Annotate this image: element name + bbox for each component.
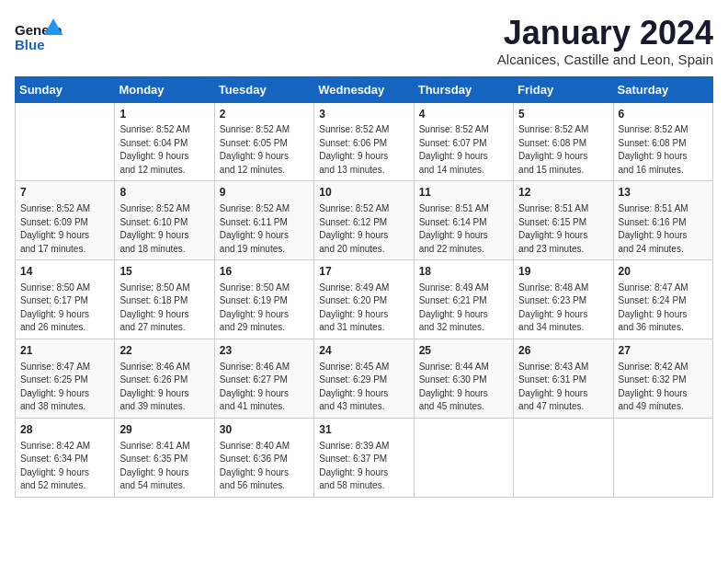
day-number: 15 [119, 264, 209, 280]
cell-info: Sunrise: 8:39 AMSunset: 6:37 PMDaylight:… [319, 440, 408, 493]
calendar-cell: 20Sunrise: 8:47 AMSunset: 6:24 PMDayligh… [613, 260, 712, 339]
month-title: January 2024 [497, 15, 713, 52]
calendar-cell: 18Sunrise: 8:49 AMSunset: 6:21 PMDayligh… [414, 260, 513, 339]
day-number: 28 [20, 422, 109, 438]
day-header-sunday: Sunday [16, 76, 115, 102]
calendar-cell: 12Sunrise: 8:51 AMSunset: 6:15 PMDayligh… [514, 181, 613, 260]
calendar-cell: 3Sunrise: 8:52 AMSunset: 6:06 PMDaylight… [314, 102, 414, 181]
calendar-cell: 29Sunrise: 8:41 AMSunset: 6:35 PMDayligh… [115, 418, 214, 497]
day-number: 8 [119, 185, 209, 201]
cell-info: Sunrise: 8:52 AMSunset: 6:12 PMDaylight:… [319, 202, 408, 256]
cell-info: Sunrise: 8:51 AMSunset: 6:14 PMDaylight:… [419, 202, 508, 256]
day-number: 21 [20, 343, 109, 359]
cell-info: Sunrise: 8:48 AMSunset: 6:23 PMDaylight:… [518, 282, 608, 335]
day-number: 1 [119, 107, 209, 122]
day-number: 24 [319, 343, 408, 359]
cell-info: Sunrise: 8:49 AMSunset: 6:20 PMDaylight:… [319, 282, 408, 335]
cell-info: Sunrise: 8:52 AMSunset: 6:07 PMDaylight:… [419, 123, 508, 177]
day-number: 31 [319, 422, 408, 438]
calendar-cell: 28Sunrise: 8:42 AMSunset: 6:34 PMDayligh… [16, 418, 115, 497]
day-number: 12 [518, 185, 608, 201]
day-number: 3 [319, 107, 408, 122]
day-number: 13 [619, 185, 708, 201]
calendar-cell: 23Sunrise: 8:46 AMSunset: 6:27 PMDayligh… [214, 339, 313, 418]
calendar-cell: 19Sunrise: 8:48 AMSunset: 6:23 PMDayligh… [514, 260, 613, 339]
day-header-friday: Friday [514, 76, 613, 102]
cell-info: Sunrise: 8:50 AMSunset: 6:18 PMDaylight:… [119, 282, 209, 335]
calendar-week-row: 1Sunrise: 8:52 AMSunset: 6:04 PMDaylight… [16, 102, 713, 181]
day-number: 25 [419, 343, 508, 359]
cell-info: Sunrise: 8:52 AMSunset: 6:04 PMDaylight:… [119, 123, 209, 177]
day-number: 14 [20, 264, 109, 280]
cell-info: Sunrise: 8:47 AMSunset: 6:24 PMDaylight:… [619, 282, 708, 335]
cell-info: Sunrise: 8:52 AMSunset: 6:08 PMDaylight:… [619, 123, 708, 177]
calendar-cell: 4Sunrise: 8:52 AMSunset: 6:07 PMDaylight… [414, 102, 513, 181]
cell-info: Sunrise: 8:47 AMSunset: 6:25 PMDaylight:… [20, 361, 109, 414]
day-header-monday: Monday [115, 76, 214, 102]
calendar-cell: 8Sunrise: 8:52 AMSunset: 6:10 PMDaylight… [115, 181, 214, 260]
cell-info: Sunrise: 8:43 AMSunset: 6:31 PMDaylight:… [518, 361, 608, 414]
day-number: 18 [419, 264, 508, 280]
calendar-table: SundayMondayTuesdayWednesdayThursdayFrid… [15, 76, 713, 498]
calendar-cell: 31Sunrise: 8:39 AMSunset: 6:37 PMDayligh… [314, 418, 414, 497]
cell-info: Sunrise: 8:52 AMSunset: 6:06 PMDaylight:… [319, 123, 408, 177]
calendar-cell: 6Sunrise: 8:52 AMSunset: 6:08 PMDaylight… [613, 102, 712, 181]
day-number: 30 [220, 422, 309, 438]
day-number: 6 [619, 107, 708, 122]
calendar-week-row: 14Sunrise: 8:50 AMSunset: 6:17 PMDayligh… [16, 260, 713, 339]
day-header-saturday: Saturday [613, 76, 712, 102]
day-number: 9 [220, 185, 309, 201]
day-number: 4 [419, 107, 508, 122]
cell-info: Sunrise: 8:49 AMSunset: 6:21 PMDaylight:… [419, 282, 508, 335]
cell-info: Sunrise: 8:41 AMSunset: 6:35 PMDaylight:… [119, 440, 209, 493]
day-number: 2 [220, 107, 309, 122]
cell-info: Sunrise: 8:52 AMSunset: 6:05 PMDaylight:… [220, 123, 309, 177]
cell-info: Sunrise: 8:45 AMSunset: 6:29 PMDaylight:… [319, 361, 408, 414]
calendar-header: SundayMondayTuesdayWednesdayThursdayFrid… [16, 76, 713, 102]
day-header-wednesday: Wednesday [314, 76, 414, 102]
calendar-cell: 21Sunrise: 8:47 AMSunset: 6:25 PMDayligh… [16, 339, 115, 418]
cell-info: Sunrise: 8:52 AMSunset: 6:10 PMDaylight:… [119, 202, 209, 256]
calendar-cell: 24Sunrise: 8:45 AMSunset: 6:29 PMDayligh… [314, 339, 414, 418]
day-header-tuesday: Tuesday [214, 76, 313, 102]
logo-icon: General Blue [15, 15, 63, 59]
calendar-cell: 27Sunrise: 8:42 AMSunset: 6:32 PMDayligh… [613, 339, 712, 418]
location-subtitle: Alcanices, Castille and Leon, Spain [497, 52, 713, 67]
calendar-cell: 17Sunrise: 8:49 AMSunset: 6:20 PMDayligh… [314, 260, 414, 339]
logo: General Blue [15, 15, 63, 59]
cell-info: Sunrise: 8:51 AMSunset: 6:16 PMDaylight:… [619, 202, 708, 256]
calendar-cell: 5Sunrise: 8:52 AMSunset: 6:08 PMDaylight… [514, 102, 613, 181]
cell-info: Sunrise: 8:50 AMSunset: 6:17 PMDaylight:… [20, 282, 109, 335]
cell-info: Sunrise: 8:40 AMSunset: 6:36 PMDaylight:… [220, 440, 309, 493]
cell-info: Sunrise: 8:46 AMSunset: 6:26 PMDaylight:… [119, 361, 209, 414]
calendar-cell: 2Sunrise: 8:52 AMSunset: 6:05 PMDaylight… [214, 102, 313, 181]
calendar-cell: 30Sunrise: 8:40 AMSunset: 6:36 PMDayligh… [214, 418, 313, 497]
calendar-cell: 10Sunrise: 8:52 AMSunset: 6:12 PMDayligh… [314, 181, 414, 260]
calendar-cell: 16Sunrise: 8:50 AMSunset: 6:19 PMDayligh… [214, 260, 313, 339]
day-number: 11 [419, 185, 508, 201]
calendar-cell [16, 102, 115, 181]
calendar-cell: 9Sunrise: 8:52 AMSunset: 6:11 PMDaylight… [214, 181, 313, 260]
cell-info: Sunrise: 8:52 AMSunset: 6:09 PMDaylight:… [20, 202, 109, 256]
header: General Blue January 2024 Alcanices, Cas… [15, 15, 713, 67]
calendar-cell: 26Sunrise: 8:43 AMSunset: 6:31 PMDayligh… [514, 339, 613, 418]
day-number: 19 [518, 264, 608, 280]
cell-info: Sunrise: 8:42 AMSunset: 6:32 PMDaylight:… [619, 361, 708, 414]
day-header-thursday: Thursday [414, 76, 513, 102]
calendar-cell [613, 418, 712, 497]
calendar-cell: 7Sunrise: 8:52 AMSunset: 6:09 PMDaylight… [16, 181, 115, 260]
day-number: 16 [220, 264, 309, 280]
calendar-cell: 15Sunrise: 8:50 AMSunset: 6:18 PMDayligh… [115, 260, 214, 339]
cell-info: Sunrise: 8:51 AMSunset: 6:15 PMDaylight:… [518, 202, 608, 256]
day-number: 29 [119, 422, 209, 438]
calendar-cell: 22Sunrise: 8:46 AMSunset: 6:26 PMDayligh… [115, 339, 214, 418]
day-number: 20 [619, 264, 708, 280]
day-number: 17 [319, 264, 408, 280]
day-number: 10 [319, 185, 408, 201]
days-header-row: SundayMondayTuesdayWednesdayThursdayFrid… [16, 76, 713, 102]
calendar-cell [514, 418, 613, 497]
cell-info: Sunrise: 8:46 AMSunset: 6:27 PMDaylight:… [220, 361, 309, 414]
calendar-cell [414, 418, 513, 497]
calendar-cell: 1Sunrise: 8:52 AMSunset: 6:04 PMDaylight… [115, 102, 214, 181]
day-number: 27 [619, 343, 708, 359]
